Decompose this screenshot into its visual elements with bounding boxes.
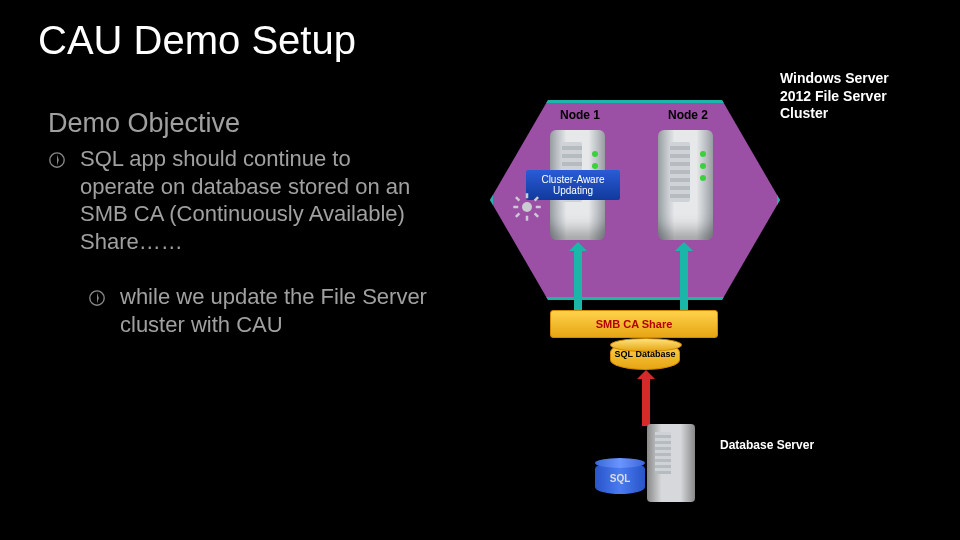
node2-label: Node 2 <box>658 108 718 122</box>
cau-badge: Cluster-Aware Updating <box>512 170 620 224</box>
node1-label: Node 1 <box>550 108 610 122</box>
svg-rect-6 <box>536 206 541 209</box>
bullet-text: SQL app should continue to operate on da… <box>80 145 428 255</box>
bullet-list: SQL app should continue to operate on da… <box>48 145 428 366</box>
gear-icon <box>512 192 542 222</box>
arrow-up-icon <box>574 250 582 310</box>
svg-rect-8 <box>534 212 539 217</box>
database-server-label: Database Server <box>720 438 814 452</box>
svg-rect-10 <box>534 196 539 201</box>
database-server-icon: SQL <box>595 424 695 502</box>
bullet-icon <box>48 151 66 169</box>
svg-rect-3 <box>526 193 529 198</box>
svg-rect-9 <box>515 212 520 217</box>
svg-point-2 <box>522 202 532 212</box>
sql-database-cylinder: SQL Database <box>610 342 680 370</box>
svg-rect-5 <box>513 206 518 209</box>
section-heading: Demo Objective <box>48 108 240 139</box>
bullet-icon <box>88 289 106 307</box>
architecture-diagram: Windows Server 2012 File Server Cluster … <box>480 70 940 530</box>
smb-share-box: SMB CA Share <box>550 310 718 338</box>
server-icon <box>658 130 713 240</box>
arrow-up-icon <box>642 378 650 426</box>
svg-rect-4 <box>526 216 529 221</box>
arrow-up-icon <box>680 250 688 310</box>
bullet-item: while we update the File Server cluster … <box>88 283 428 338</box>
slide-title: CAU Demo Setup <box>38 18 356 63</box>
sql-database-label: SQL Database <box>610 350 680 359</box>
cluster-label: Windows Server 2012 File Server Cluster <box>780 70 920 123</box>
bullet-text: while we update the File Server cluster … <box>120 283 428 338</box>
sql-badge: SQL <box>595 462 645 494</box>
bullet-item: SQL app should continue to operate on da… <box>48 145 428 255</box>
svg-rect-7 <box>515 196 520 201</box>
